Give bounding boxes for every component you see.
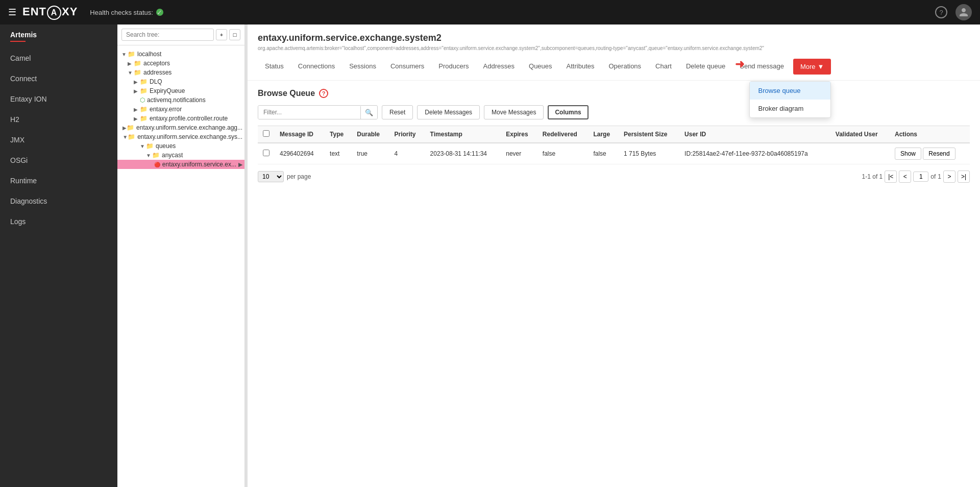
tree-node-activemq[interactable]: ▶ ⬡ activemq.notifications (117, 95, 244, 105)
health-label: Health checks status: (90, 9, 153, 16)
hamburger-menu[interactable]: ☰ (8, 7, 16, 18)
help-icon[interactable]: ? (935, 6, 947, 18)
sidebar-item-artemis[interactable]: Artemis (0, 25, 117, 48)
col-checkbox (258, 126, 275, 143)
table-body: 4296402694 text true 4 2023-08-31 14:11:… (258, 143, 970, 164)
tree-node-entaxy-agg[interactable]: ▶ 📁 entaxy.uniform.service.exchange.agg.… (117, 123, 244, 132)
tree-node-expiryqueue[interactable]: ▶ 📁 ExpiryQueue (117, 86, 244, 95)
resend-button[interactable]: Resend (923, 148, 955, 160)
content-area: entaxy.uniform.service.exchange.system2 … (248, 25, 980, 487)
row-checkbox[interactable] (263, 150, 270, 156)
tab-attributes[interactable]: Attributes (559, 57, 602, 76)
sidebar-item-logs[interactable]: Logs (0, 211, 117, 232)
tree-node-localhost[interactable]: ▼ 📁 localhost (117, 50, 244, 59)
page-range: 1-1 of 1 (862, 173, 883, 180)
reset-button[interactable]: Reset (382, 105, 413, 119)
logo-text: ENTAXY (22, 5, 78, 20)
page-title: entaxy.uniform.service.exchange.system2 (258, 33, 970, 43)
sidebar-item-entaxy-ion[interactable]: Entaxy ION (0, 89, 117, 109)
next-page-btn[interactable]: > (943, 171, 955, 183)
cell-persistent-size: 1 715 Bytes (619, 143, 679, 164)
col-timestamp: Timestamp (425, 126, 501, 143)
col-message-id: Message ID (275, 126, 325, 143)
cell-validated-user (830, 143, 890, 164)
tab-producers[interactable]: Producers (431, 57, 476, 76)
logo: ENTAXY (22, 5, 78, 20)
chevron-down-icon: ▼ (818, 63, 824, 70)
tab-queues[interactable]: Queues (522, 57, 559, 76)
last-page-btn[interactable]: >| (958, 171, 970, 183)
per-page-select[interactable]: 10 25 50 100 (258, 171, 284, 182)
filter-input[interactable] (258, 106, 360, 119)
tree-node-entaxy-sys[interactable]: ▼ 📁 entaxy.uniform.service.exchange.sys.… (117, 132, 244, 141)
sidebar-item-osgi[interactable]: OSGi (0, 150, 117, 171)
sidebar-item-h2[interactable]: H2 (0, 109, 117, 130)
tree-node-entaxy-error[interactable]: ▶ 📁 entaxy.error (117, 105, 244, 114)
user-avatar[interactable] (955, 4, 972, 20)
content-header: entaxy.uniform.service.exchange.system2 … (248, 25, 980, 81)
tree-node-entaxy-ex[interactable]: ▶ 🔴 entaxy.uniform.service.ex... ▶ (117, 160, 244, 169)
tree-collapse-btn[interactable]: □ (229, 29, 240, 40)
browse-queue-section: Browse Queue ? 🔍 Reset Delete Messages M… (248, 81, 980, 487)
pagination: 10 25 50 100 per page 1-1 of 1 |< < of 1… (258, 171, 970, 183)
tab-addresses[interactable]: Addresses (476, 57, 522, 76)
tab-connections[interactable]: Connections (291, 57, 342, 76)
cell-large: false (588, 143, 619, 164)
tab-consumers[interactable]: Consumers (383, 57, 431, 76)
filter-search-btn[interactable]: 🔍 (360, 106, 377, 119)
sidebar-item-runtime[interactable]: Runtime (0, 171, 117, 191)
first-page-btn[interactable]: |< (885, 171, 897, 183)
cell-type: text (325, 143, 352, 164)
prev-page-btn[interactable]: < (899, 171, 911, 183)
top-bar: ☰ ENTAXY Health checks status: ✓ ? (0, 0, 980, 25)
cell-priority: 4 (389, 143, 425, 164)
tab-status[interactable]: Status (258, 57, 291, 76)
sidebar-item-connect[interactable]: Connect (0, 68, 117, 89)
tab-send-message[interactable]: Send message (732, 57, 791, 76)
tree-node-addresses[interactable]: ▼ 📁 addresses (117, 68, 244, 77)
col-user-id: User ID (679, 126, 830, 143)
queue-table: Message ID Type Durable Priority Timesta… (258, 126, 970, 164)
tree-node-acceptors[interactable]: ▶ 📁 acceptors (117, 59, 244, 68)
table-header-row: Message ID Type Durable Priority Timesta… (258, 126, 970, 143)
columns-button[interactable]: Columns (548, 105, 588, 119)
select-all-checkbox[interactable] (263, 130, 270, 137)
dropdown-item-browse-queue[interactable]: Browse queue (750, 82, 830, 100)
more-tab-wrapper: More ▼ Browse queue Broker diagram ➜ (791, 59, 831, 75)
col-durable: Durable (352, 126, 389, 143)
page-number-input[interactable] (913, 172, 928, 182)
show-button[interactable]: Show (895, 148, 921, 160)
tree-expand-btn[interactable]: + (216, 29, 227, 40)
tab-operations[interactable]: Operations (602, 57, 649, 76)
tab-bar: Status Connections Sessions Consumers Pr… (258, 57, 970, 76)
tree-node-entaxy-profile[interactable]: ▶ 📁 entaxy.profile.controller.route (117, 114, 244, 123)
tree-node-anycast[interactable]: ▼ 📁 anycast (117, 151, 244, 160)
browse-queue-help-icon[interactable]: ? (319, 89, 328, 98)
page-info: 1-1 of 1 |< < of 1 > >| (862, 171, 970, 183)
tab-sessions[interactable]: Sessions (342, 57, 383, 76)
tree-panel: + □ ▼ 📁 localhost ▶ 📁 acceptors ▼ � (117, 25, 245, 487)
sidebar-item-jmx[interactable]: JMX (0, 130, 117, 150)
cell-message-id: 4296402694 (275, 143, 325, 164)
of-label: of (930, 173, 936, 180)
cell-redelivered: false (537, 143, 589, 164)
sidebar-item-diagnostics[interactable]: Diagnostics (0, 191, 117, 211)
delete-messages-button[interactable]: Delete Messages (417, 105, 480, 119)
col-validated-user: Validated User (830, 126, 890, 143)
col-large: Large (588, 126, 619, 143)
sidebar-item-camel[interactable]: Camel (0, 48, 117, 68)
per-page-label: per page (287, 173, 311, 180)
tree-node-queues[interactable]: ▼ 📁 queues (117, 141, 244, 151)
tree-node-dlq[interactable]: ▶ 📁 DLQ (117, 77, 244, 86)
col-persistent-size: Persistent Size (619, 126, 679, 143)
filter-input-wrap: 🔍 (258, 105, 378, 119)
col-expires: Expires (501, 126, 537, 143)
move-messages-button[interactable]: Move Messages (484, 105, 544, 119)
tree-search-bar: + □ (117, 25, 244, 45)
tab-delete-queue[interactable]: Delete queue (679, 57, 732, 76)
dropdown-item-broker-diagram[interactable]: Broker diagram (750, 100, 830, 117)
tree-search-input[interactable] (121, 29, 214, 41)
tab-chart[interactable]: Chart (648, 57, 679, 76)
col-redelivered: Redelivered (537, 126, 589, 143)
tab-more[interactable]: More ▼ (793, 59, 831, 75)
